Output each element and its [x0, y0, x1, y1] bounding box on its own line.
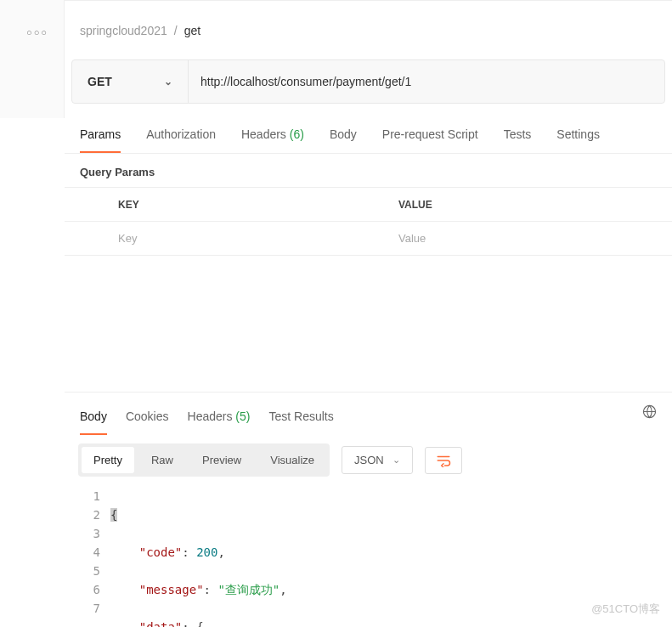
view-mode-group: Pretty Raw Preview Visualize — [78, 443, 330, 477]
view-raw[interactable]: Raw — [139, 447, 185, 473]
code-content: { "code": 200, "message": "查询成功", "data"… — [110, 487, 658, 627]
line-number: 1 — [78, 487, 100, 506]
watermark: @51CTO博客 — [591, 602, 660, 617]
tab-settings[interactable]: Settings — [556, 121, 600, 153]
format-dropdown[interactable]: JSON ⌄ — [342, 446, 413, 474]
url-input[interactable]: http://localhost/consumer/payment/get/1 — [189, 60, 664, 103]
view-visualize[interactable]: Visualize — [258, 447, 326, 473]
resp-tab-headers-count: (5) — [235, 410, 250, 423]
line-number: 4 — [78, 543, 100, 562]
json-number: 200 — [196, 545, 217, 559]
key-input[interactable]: Key — [111, 222, 392, 255]
header-value: VALUE — [392, 188, 672, 221]
left-sidebar: ○○○ — [0, 0, 65, 118]
breadcrumb-separator: / — [174, 24, 178, 37]
line-number: 3 — [78, 524, 100, 543]
format-label: JSON — [354, 454, 384, 466]
breadcrumb-collection[interactable]: springcloud2021 — [80, 24, 167, 37]
resp-tab-body[interactable]: Body — [80, 404, 107, 435]
query-params-title: Query Params — [65, 154, 672, 187]
line-gutter: 1 2 3 4 5 6 7 — [78, 487, 110, 627]
header-checkbox-col — [65, 188, 111, 221]
tab-authorization[interactable]: Authorization — [146, 121, 216, 153]
code-brace: { — [196, 620, 203, 627]
code-brace: { — [110, 508, 117, 522]
row-checkbox-col — [65, 222, 111, 255]
json-string: "查询成功" — [217, 583, 280, 596]
line-number: 2 — [78, 506, 100, 524]
request-url-bar: GET ⌄ http://localhost/consumer/payment/… — [71, 59, 665, 104]
response-body-code[interactable]: 1 2 3 4 5 6 7 { "code": 200, "message": … — [71, 485, 665, 627]
main-panel: springcloud2021 / get GET ⌄ http://local… — [65, 0, 672, 627]
http-method-dropdown[interactable]: GET ⌄ — [72, 60, 189, 103]
table-row[interactable]: Key Value — [65, 222, 672, 256]
http-method-label: GET — [88, 75, 112, 88]
tab-headers-label: Headers — [241, 127, 286, 141]
tab-headers-count: (6) — [290, 127, 304, 141]
more-icon[interactable]: ○○○ — [26, 27, 48, 37]
network-icon[interactable] — [642, 404, 657, 422]
tab-headers[interactable]: Headers (6) — [241, 121, 304, 153]
line-number: 6 — [78, 580, 100, 599]
request-tabs: Params Authorization Headers (6) Body Pr… — [65, 116, 672, 154]
json-key: "data" — [139, 620, 183, 627]
line-number: 5 — [78, 562, 100, 580]
resp-tab-cookies[interactable]: Cookies — [126, 404, 169, 435]
chevron-down-icon: ⌄ — [392, 455, 400, 466]
line-number: 7 — [78, 599, 100, 618]
tab-params[interactable]: Params — [80, 121, 121, 153]
value-input[interactable]: Value — [392, 222, 672, 255]
resp-tab-headers-label: Headers — [188, 410, 233, 423]
breadcrumb: springcloud2021 / get — [65, 0, 672, 59]
view-pretty[interactable]: Pretty — [82, 447, 134, 473]
table-header-row: KEY VALUE — [65, 188, 672, 222]
spacer — [65, 256, 672, 392]
chevron-down-icon: ⌄ — [164, 76, 172, 88]
query-params-table: KEY VALUE Key Value — [65, 187, 672, 256]
header-key: KEY — [111, 188, 392, 221]
resp-tab-testresults[interactable]: Test Results — [268, 404, 333, 435]
tab-prerequest[interactable]: Pre-request Script — [382, 121, 478, 153]
wrap-lines-button[interactable] — [425, 447, 462, 474]
resp-tab-headers[interactable]: Headers (5) — [188, 404, 251, 435]
response-controls: Pretty Raw Preview Visualize JSON ⌄ — [71, 435, 665, 485]
response-panel: Body Cookies Headers (5) Test Results Pr… — [65, 392, 672, 627]
json-key: "message" — [139, 583, 204, 596]
tab-body[interactable]: Body — [330, 121, 357, 153]
breadcrumb-current: get — [184, 24, 200, 37]
json-key: "code" — [139, 545, 183, 559]
response-tabs: Body Cookies Headers (5) Test Results — [71, 393, 665, 435]
tab-tests[interactable]: Tests — [504, 121, 532, 153]
view-preview[interactable]: Preview — [190, 447, 253, 473]
